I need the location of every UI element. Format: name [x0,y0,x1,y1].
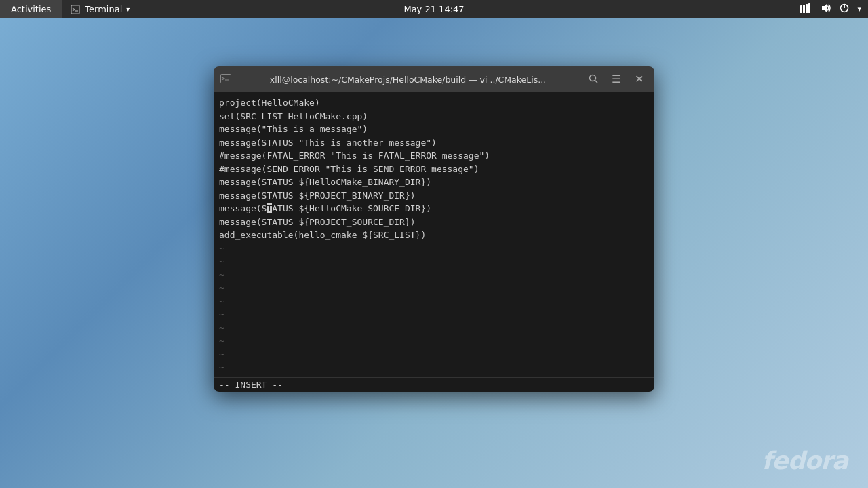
code-line: message(STATUS ${PROJECT_BINARY_DIR}) [219,189,649,203]
terminal-label: Terminal [85,4,122,14]
code-line: #message(FATAL_ERROR "This is FATAL_ERRO… [219,149,649,163]
terminal-window: xlll@localhost:~/CMakeProjs/HelloCMake/b… [214,66,654,392]
code-line: message(STATUS ${HelloCMake_SOURCE_DIR}) [219,202,649,216]
tilde-line: ~ [219,281,649,295]
code-line: #message(SEND_ERROR "This is SEND_ERROR … [219,163,649,176]
topbar: Activities Terminal ▾ May 21 14:47 [0,0,868,18]
terminal-titlebar: xlll@localhost:~/CMakeProjs/HelloCMake/b… [214,66,654,92]
topbar-right: ▾ [800,3,868,15]
svg-rect-5 [808,3,810,13]
tilde-line: ~ [219,321,649,335]
tilde-line: ~ [219,242,649,256]
code-line: project(HelloCMake) [219,96,649,110]
tilde-line: ~ [219,268,649,282]
tilde-line: ~ [219,255,649,268]
terminal-menu[interactable]: Terminal ▾ [62,0,138,18]
terminal-icon [70,4,81,15]
tilde-line: ~ [219,361,649,374]
svg-rect-2 [800,5,802,13]
volume-icon[interactable] [821,3,831,15]
window-title: xlll@localhost:~/CMakeProjs/HelloCMake/b… [237,75,579,85]
svg-rect-3 [803,5,805,13]
topbar-datetime: May 21 14:47 [403,4,464,14]
system-dropdown-icon[interactable]: ▾ [857,5,861,14]
tilde-line: ~ [219,334,649,348]
terminal-window-icon [220,74,231,85]
terminal-dropdown-icon: ▾ [126,5,130,13]
power-icon[interactable] [840,3,849,15]
search-button[interactable] [585,73,602,87]
topbar-left: Activities Terminal ▾ [0,0,138,18]
code-line: message(STATUS "This is another message"… [219,136,649,150]
tilde-line: ~ [219,308,649,321]
svg-point-11 [590,75,596,81]
svg-line-12 [595,80,598,83]
code-line: add_executable(hello_cmake ${SRC_LIST}) [219,228,649,242]
tilde-line: ~ [219,295,649,308]
code-line: message(STATUS ${HelloCMake_BINARY_DIR}) [219,176,649,189]
vim-status-bar: -- INSERT -- [214,377,654,392]
tilde-line: ~ [219,348,649,361]
code-line: message(STATUS ${PROJECT_SOURCE_DIR}) [219,216,649,229]
network-icon[interactable] [800,3,812,15]
code-line: message("This is a message") [219,123,649,136]
close-button[interactable]: ✕ [631,73,648,86]
menu-button[interactable]: ☰ [608,73,625,86]
fedora-watermark: fedora [762,447,848,474]
terminal-body[interactable]: project(HelloCMake)set(SRC_LIST HelloCMa… [214,92,654,377]
svg-rect-4 [806,4,808,13]
svg-marker-6 [822,4,827,12]
activities-button[interactable]: Activities [0,0,62,18]
svg-rect-9 [221,74,231,83]
text-cursor: T [267,203,272,214]
code-line: set(SRC_LIST HelloCMake.cpp) [219,110,649,123]
